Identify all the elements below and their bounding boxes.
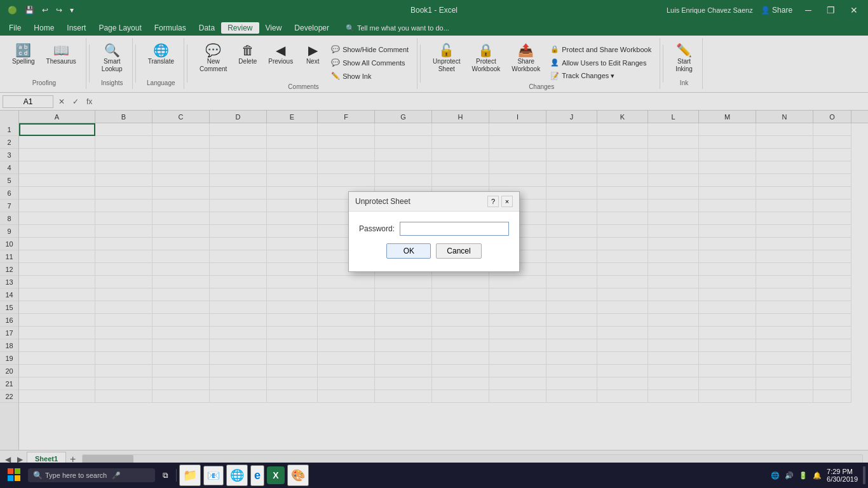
svg-rect-2: [8, 475, 13, 481]
unprotect-sheet-dialog: Unprotect Sheet ? × Password: OK Cancel: [348, 191, 520, 272]
ok-button[interactable]: OK: [386, 243, 431, 259]
password-label: Password:: [359, 224, 395, 233]
windows-icon: [8, 468, 20, 481]
edge-button[interactable]: e: [250, 465, 264, 486]
cancel-button[interactable]: Cancel: [436, 243, 481, 259]
taskbar: 🔍 Type here to search 🎤 ⧉ 📁 📧 🌐 e X 🎨 🌐 …: [0, 463, 868, 488]
dialog-body: Password: OK Cancel: [349, 212, 519, 271]
date: 6/30/2019: [827, 475, 858, 483]
dialog-overlay: Unprotect Sheet ? × Password: OK Cancel: [0, 0, 868, 463]
password-field: Password:: [359, 222, 509, 236]
microphone-icon[interactable]: 🎤: [112, 471, 121, 480]
clock[interactable]: 7:29 PM 6/30/2019: [827, 468, 858, 483]
search-icon: 🔍: [33, 471, 43, 480]
file-explorer-button[interactable]: 📁: [179, 464, 201, 486]
dialog-close-button[interactable]: ×: [501, 196, 513, 207]
show-desktop-button[interactable]: [863, 466, 865, 484]
outlook-button[interactable]: 📧: [203, 466, 224, 485]
task-view-button[interactable]: ⧉: [158, 468, 173, 482]
start-button[interactable]: [3, 466, 25, 485]
search-box[interactable]: 🔍 Type here to search 🎤: [28, 468, 155, 482]
taskbar-right: 🌐 🔊 🔋 🔔 7:29 PM 6/30/2019: [771, 466, 865, 484]
taskbar-divider: [176, 469, 177, 482]
battery-icon[interactable]: 🔋: [799, 471, 808, 480]
notification-icon[interactable]: 🔔: [813, 471, 822, 480]
paint-button[interactable]: 🎨: [287, 464, 309, 486]
dialog-title: Unprotect Sheet: [355, 197, 410, 206]
dialog-buttons: OK Cancel: [359, 243, 509, 261]
svg-rect-1: [15, 468, 20, 474]
chrome-button[interactable]: 🌐: [226, 464, 248, 486]
password-input[interactable]: [400, 222, 509, 236]
excel-taskbar-button[interactable]: X: [267, 466, 285, 484]
dialog-title-buttons: ? ×: [487, 196, 513, 207]
svg-rect-0: [8, 468, 13, 474]
svg-rect-3: [15, 475, 20, 481]
network-icon[interactable]: 🌐: [771, 471, 780, 480]
dialog-help-button[interactable]: ?: [487, 196, 499, 207]
dialog-title-bar: Unprotect Sheet ? ×: [349, 192, 519, 212]
volume-icon[interactable]: 🔊: [785, 471, 794, 480]
time: 7:29 PM: [827, 468, 858, 475]
search-placeholder: Type here to search: [45, 471, 107, 479]
